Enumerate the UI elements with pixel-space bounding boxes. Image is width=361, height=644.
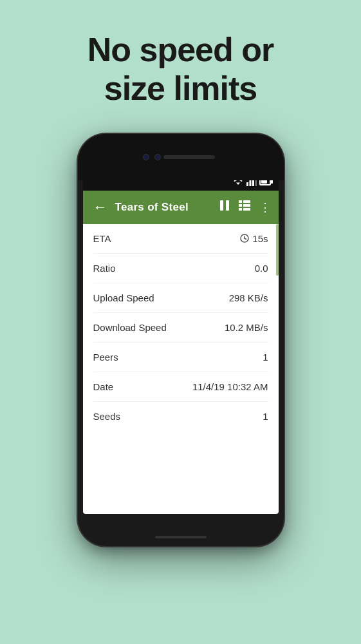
app-bar-actions: ⋮ — [219, 200, 271, 214]
camera-dot-2 — [154, 154, 161, 160]
phone-camera-area — [78, 134, 284, 180]
pause-button[interactable] — [219, 200, 230, 214]
row-label-date: Date — [93, 381, 114, 392]
row-value-eta: 15s — [240, 233, 268, 244]
row-value-ratio: 0.0 — [255, 263, 268, 274]
row-value-upload-speed: 298 KB/s — [229, 292, 268, 303]
phone-wrapper: ← Tears of Steel — [78, 134, 284, 546]
row-value-date: 11/4/19 10:32 AM — [192, 381, 268, 392]
content-list: ETA 15s Ratio 0.0 Upload Speed 298 KB — [83, 224, 279, 431]
svg-rect-10 — [243, 204, 250, 207]
phone-speaker — [163, 155, 215, 159]
camera-dot-1 — [143, 154, 149, 160]
table-row: Peers 1 — [93, 343, 268, 372]
phone-home-bar — [155, 536, 207, 538]
svg-rect-12 — [243, 208, 250, 211]
table-row: Ratio 0.0 — [93, 254, 268, 283]
table-row: Date 11/4/19 10:32 AM — [93, 372, 268, 402]
svg-line-15 — [245, 238, 246, 240]
svg-rect-7 — [239, 200, 242, 203]
back-button[interactable]: ← — [91, 198, 110, 217]
scroll-indicator — [276, 224, 279, 276]
more-button[interactable]: ⋮ — [259, 200, 271, 214]
table-row: ETA 15s — [93, 224, 268, 254]
svg-marker-0 — [236, 182, 240, 185]
row-label-seeds: Seeds — [93, 411, 121, 422]
svg-rect-1 — [246, 182, 248, 186]
app-bar: ← Tears of Steel — [83, 191, 279, 224]
table-row: Upload Speed 298 KB/s — [93, 283, 268, 313]
headline: No speed orsize limits — [62, 31, 300, 108]
row-label-upload-speed: Upload Speed — [93, 292, 154, 303]
svg-rect-11 — [239, 208, 242, 211]
clock-icon — [240, 234, 249, 243]
app-bar-title: Tears of Steel — [115, 201, 214, 214]
list-view-button[interactable] — [239, 200, 250, 214]
svg-rect-9 — [239, 204, 242, 207]
svg-rect-2 — [249, 180, 251, 186]
row-label-peers: Peers — [93, 352, 118, 363]
row-label-ratio: Ratio — [93, 263, 116, 274]
row-value-peers: 1 — [263, 352, 268, 363]
table-row: Download Speed 10.2 MB/s — [93, 313, 268, 343]
svg-rect-6 — [226, 200, 229, 211]
row-value-download-speed: 10.2 MB/s — [225, 322, 268, 333]
table-row: Seeds 1 — [93, 402, 268, 431]
svg-rect-5 — [220, 200, 223, 211]
row-value-seeds: 1 — [263, 411, 268, 422]
row-label-download-speed: Download Speed — [93, 322, 167, 333]
phone-screen: ← Tears of Steel — [83, 173, 279, 514]
svg-rect-8 — [243, 200, 250, 203]
row-label-eta: ETA — [93, 233, 111, 244]
